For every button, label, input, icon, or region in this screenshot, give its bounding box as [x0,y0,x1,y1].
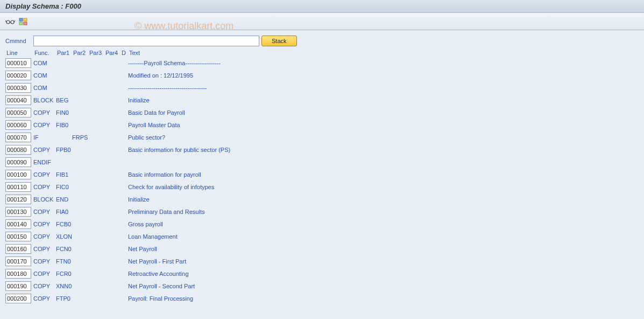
cell-func[interactable]: COPY [33,122,56,128]
stack-button[interactable]: Stack [261,36,297,46]
table-row: BLOCKENDInitialize [5,193,639,205]
table-row: COPYFPB0Basic information for public sec… [5,144,639,155]
cell-par1[interactable]: FPB0 [56,147,72,153]
cell-text[interactable]: Basic information for payroll [128,171,343,178]
command-row: Cmmnd Stack [5,36,639,46]
cell-text[interactable]: Basic information for public sector (PS) [128,147,343,153]
cell-text[interactable]: ---------------------------------------- [128,85,343,91]
line-input[interactable] [5,195,31,204]
cell-par1[interactable]: XLON [56,233,72,240]
line-input[interactable] [5,244,31,254]
cell-par1[interactable]: FIB1 [56,171,72,178]
cell-func[interactable]: COPY [33,295,56,302]
glasses-icon[interactable] [5,17,15,26]
header-par4: Par4 [105,50,122,56]
table-row: COPYXLONLoan Management [5,231,639,242]
cell-par1[interactable]: FTN0 [56,258,72,265]
table-row: COPYFIB1Basic information for payroll [5,169,639,180]
line-input[interactable] [5,170,31,179]
cell-text[interactable]: Preliminary Data and Results [128,209,343,215]
command-input[interactable] [33,36,259,46]
line-input[interactable] [5,120,31,130]
line-input[interactable] [5,83,31,93]
cell-par1[interactable]: FIN0 [56,109,72,116]
cell-text[interactable]: Net Payroll - First Part [128,258,343,265]
cell-par1[interactable]: FCN0 [56,246,72,252]
cell-par1[interactable]: FCR0 [56,271,72,277]
cell-text[interactable]: Initialize [128,97,343,103]
header-par1: Par1 [57,50,73,56]
cell-text[interactable]: Payroll Master Data [128,122,343,128]
cell-text[interactable]: Public sector? [128,134,343,141]
cell-func[interactable]: COPY [33,221,56,227]
line-input[interactable] [5,95,31,105]
header-row: Line Func. Par1 Par2 Par3 Par4 D Text [5,50,639,56]
cell-text[interactable]: Loan Management [128,233,343,240]
title-bar: Display Schema : F000 [0,0,644,13]
cell-par1[interactable]: FTP0 [56,295,72,302]
cell-par1[interactable]: END [56,196,72,203]
cell-func[interactable]: BLOCK [33,97,56,103]
cell-func[interactable]: COM [33,60,56,66]
svg-rect-4 [19,22,23,25]
table-row: COPYFCB0Gross payroll [5,218,639,230]
cell-func[interactable]: COPY [33,109,56,116]
cell-func[interactable]: COPY [33,209,56,215]
table-row: COPYFIC0Check for availability of infoty… [5,181,639,192]
table-row: COM--------Payroll Schema---------------… [5,57,639,68]
cell-func[interactable]: COPY [33,246,56,252]
cell-func[interactable]: COPY [33,147,56,153]
cell-text[interactable]: Check for availability of infotypes [128,184,343,190]
line-input[interactable] [5,232,31,241]
cell-text[interactable]: Gross payroll [128,221,343,227]
line-input[interactable] [5,182,31,192]
cell-func[interactable]: ENDIF [33,159,56,165]
cell-text[interactable]: Retroactive Accounting [128,271,343,277]
svg-rect-5 [24,22,27,25]
line-input[interactable] [5,58,31,68]
line-input[interactable] [5,157,31,167]
line-input[interactable] [5,71,31,80]
attributes-icon[interactable] [18,17,28,26]
data-rows: COM--------Payroll Schema---------------… [5,57,639,304]
cell-par1[interactable]: FIC0 [56,184,72,190]
cell-par1[interactable]: FIA0 [56,209,72,215]
cell-text[interactable]: Net Payroll [128,246,343,252]
cell-par1[interactable]: BEG [56,97,72,103]
cell-text[interactable]: Payroll: Final Processing [128,295,343,302]
cell-text[interactable]: --------Payroll Schema------------------ [128,60,343,66]
header-text: Text [129,50,237,56]
line-input[interactable] [5,219,31,229]
line-input[interactable] [5,294,31,303]
cell-func[interactable]: COM [33,72,56,79]
cell-text[interactable]: Modified on : 12/12/1995 [128,72,343,79]
cell-func[interactable]: COPY [33,271,56,277]
line-input[interactable] [5,108,31,117]
table-row: ENDIF [5,156,639,168]
cell-func[interactable]: COPY [33,171,56,178]
line-input[interactable] [5,133,31,142]
command-label: Cmmnd [5,38,31,44]
cell-par1[interactable]: XNN0 [56,283,72,289]
cell-func[interactable]: COPY [33,233,56,240]
line-input[interactable] [5,145,31,155]
cell-func[interactable]: COPY [33,283,56,289]
cell-par1[interactable]: FCB0 [56,221,72,227]
cell-par1[interactable]: FIB0 [56,122,72,128]
cell-func[interactable]: COPY [33,184,56,190]
cell-func[interactable]: BLOCK [33,196,56,203]
cell-text[interactable]: Net Payroll - Second Part [128,283,343,289]
line-input[interactable] [5,207,31,217]
line-input[interactable] [5,256,31,266]
cell-text[interactable]: Basic Data for Payroll [128,109,343,116]
line-input[interactable] [5,281,31,291]
svg-point-0 [6,20,10,24]
cell-text[interactable]: Initialize [128,196,343,203]
cell-func[interactable]: COPY [33,258,56,265]
line-input[interactable] [5,269,31,279]
cell-func[interactable]: IF [33,134,56,141]
table-row: COPYFCR0Retroactive Accounting [5,268,639,279]
svg-rect-2 [19,18,23,21]
cell-par2[interactable]: FRPS [72,134,88,141]
cell-func[interactable]: COM [33,85,56,91]
